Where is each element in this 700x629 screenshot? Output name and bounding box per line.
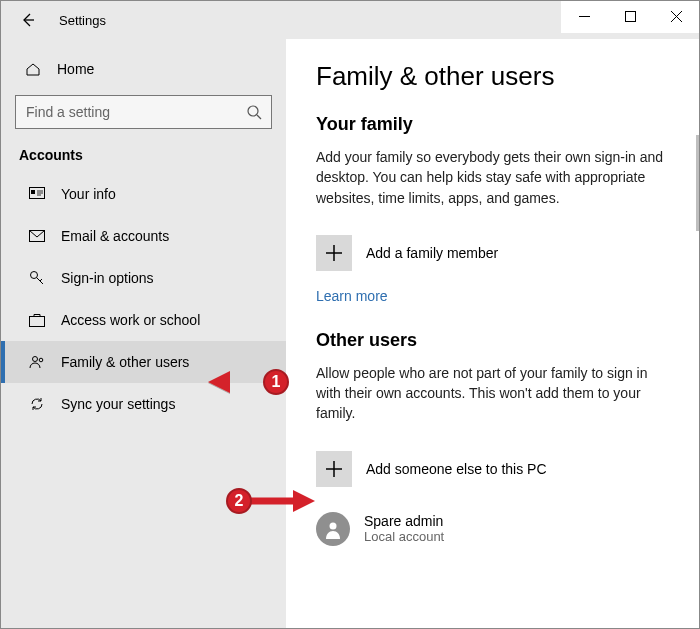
svg-point-5 — [31, 272, 38, 279]
family-section-desc: Add your family so everybody gets their … — [316, 147, 671, 208]
add-other-user-button[interactable]: Add someone else to this PC — [316, 442, 699, 496]
home-label: Home — [57, 61, 94, 77]
briefcase-icon — [27, 313, 47, 327]
nav-access-work-school[interactable]: Access work or school — [1, 299, 286, 341]
search-box[interactable] — [15, 95, 272, 129]
scrollbar-thumb[interactable] — [696, 135, 699, 231]
close-button[interactable] — [653, 1, 699, 31]
mail-icon — [27, 230, 47, 242]
nav-email-accounts[interactable]: Email & accounts — [1, 215, 286, 257]
search-input[interactable] — [24, 103, 243, 121]
home-icon — [23, 61, 43, 77]
svg-rect-0 — [625, 11, 635, 21]
sidebar: Home Accounts Your info — [1, 39, 286, 628]
nav-label: Your info — [61, 186, 116, 202]
nav-family-other-users[interactable]: Family & other users — [1, 341, 286, 383]
category-header: Accounts — [1, 141, 286, 173]
nav-your-info[interactable]: Your info — [1, 173, 286, 215]
maximize-button[interactable] — [607, 1, 653, 31]
other-users-section-desc: Allow people who are not part of your fa… — [316, 363, 671, 424]
nav-label: Access work or school — [61, 312, 200, 328]
nav-label: Family & other users — [61, 354, 189, 370]
svg-point-7 — [33, 357, 38, 362]
plus-icon — [316, 235, 352, 271]
key-icon — [27, 270, 47, 286]
family-section-title: Your family — [316, 114, 699, 135]
titlebar: Settings — [1, 1, 699, 39]
add-family-label: Add a family member — [366, 245, 498, 261]
nav-sync-settings[interactable]: Sync your settings — [1, 383, 286, 425]
add-other-user-label: Add someone else to this PC — [366, 461, 547, 477]
nav-label: Sync your settings — [61, 396, 175, 412]
other-user-name: Spare admin — [364, 513, 444, 530]
svg-rect-6 — [30, 317, 45, 327]
nav-signin-options[interactable]: Sign-in options — [1, 257, 286, 299]
window-title: Settings — [59, 13, 106, 28]
plus-icon — [316, 451, 352, 487]
other-user-row[interactable]: Spare admin Local account — [316, 504, 699, 554]
search-icon — [243, 104, 265, 120]
learn-more-link[interactable]: Learn more — [316, 288, 388, 304]
other-user-type: Local account — [364, 529, 444, 545]
card-icon — [27, 187, 47, 201]
back-button[interactable] — [11, 3, 45, 37]
svg-rect-3 — [31, 190, 35, 194]
window-controls — [561, 1, 699, 33]
page-heading: Family & other users — [316, 61, 699, 92]
people-icon — [27, 354, 47, 370]
main-pane: Family & other users Your family Add you… — [286, 39, 699, 628]
minimize-button[interactable] — [561, 1, 607, 31]
nav-label: Email & accounts — [61, 228, 169, 244]
home-nav[interactable]: Home — [1, 51, 286, 87]
nav-label: Sign-in options — [61, 270, 154, 286]
avatar-icon — [316, 512, 350, 546]
sync-icon — [27, 396, 47, 412]
add-family-member-button[interactable]: Add a family member — [316, 226, 699, 280]
other-users-section-title: Other users — [316, 330, 699, 351]
svg-point-9 — [330, 522, 337, 529]
svg-point-8 — [39, 358, 43, 362]
svg-point-1 — [248, 106, 258, 116]
